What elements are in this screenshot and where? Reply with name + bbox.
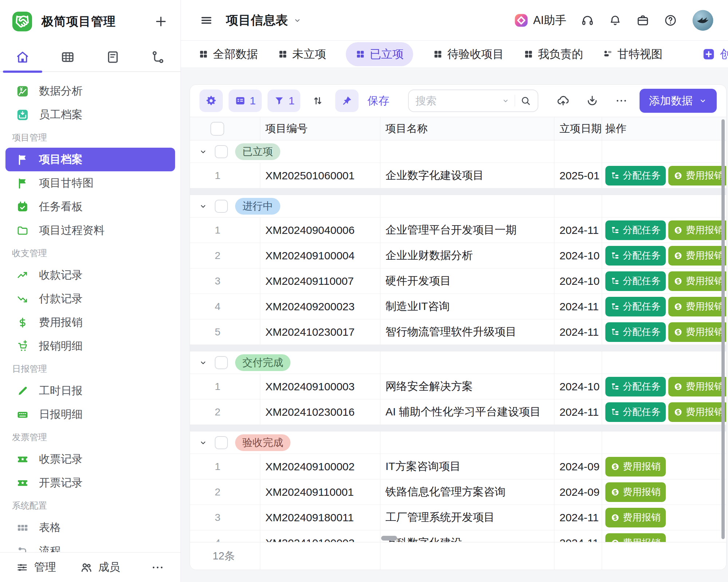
table-row[interactable]: 2XM202410230016AI 辅助个性化学习平台建设项目2024-11分配… bbox=[190, 399, 726, 425]
sidebar-item-task-board[interactable]: 任务看板 bbox=[5, 195, 175, 219]
sidebar-tab-home[interactable] bbox=[0, 43, 45, 71]
group-collapse-icon[interactable] bbox=[199, 202, 207, 211]
upload-cloud-icon[interactable] bbox=[557, 94, 570, 107]
assign-button[interactable]: 分配任务 bbox=[605, 322, 666, 342]
view-tab-create-view[interactable]: 创建视图 bbox=[702, 47, 728, 62]
members-button[interactable]: 成员 bbox=[80, 560, 120, 575]
ticket-star-icon bbox=[16, 453, 29, 466]
group-collapse-icon[interactable] bbox=[199, 358, 207, 367]
sort-button[interactable] bbox=[306, 89, 329, 112]
view-tab-gantt-view[interactable]: 甘特视图 bbox=[603, 47, 662, 62]
expense-button[interactable]: 费用报销 bbox=[668, 271, 726, 291]
sidebar-item-tables[interactable]: 表格 bbox=[5, 516, 175, 539]
manage-button[interactable]: 管理 bbox=[16, 560, 56, 575]
download-icon[interactable] bbox=[586, 94, 599, 107]
table-row[interactable]: 2XM202409100004企业业财数据分析2024-10分配任务费用报销 bbox=[190, 243, 726, 268]
expense-button[interactable]: 费用报销 bbox=[668, 246, 726, 266]
group-collapse-icon[interactable] bbox=[199, 438, 207, 447]
table-row[interactable]: 2XM202409110001铁路信息化管理方案咨询2024-09费用报销 bbox=[190, 479, 726, 505]
support-headset-icon[interactable] bbox=[581, 14, 594, 27]
assign-button[interactable]: 分配任务 bbox=[605, 220, 666, 240]
select-all-checkbox[interactable] bbox=[210, 122, 224, 136]
group-checkbox[interactable] bbox=[215, 145, 228, 158]
add-data-button[interactable]: 添加数据 bbox=[640, 89, 717, 113]
expense-button[interactable]: 费用报销 bbox=[605, 457, 666, 477]
sidebar-item-payment-records[interactable]: 付款记录 bbox=[5, 287, 175, 311]
view-tab-not-initiated[interactable]: 未立项 bbox=[278, 47, 326, 62]
help-icon[interactable] bbox=[664, 14, 677, 27]
group-collapse-icon[interactable] bbox=[199, 147, 207, 156]
pin-button[interactable] bbox=[335, 89, 359, 112]
sidebar-item-employee-files[interactable]: 员工档案 bbox=[5, 103, 175, 127]
table-row[interactable]: 1XM202501060001企业数字化建设项目2025-01分配任务费用报销 bbox=[190, 163, 726, 188]
table-row[interactable]: 3XM202409180011工厂管理系统开发项目2024-11费用报销 bbox=[190, 505, 726, 530]
search-box[interactable] bbox=[408, 89, 538, 112]
sidebar-item-workflow[interactable]: 流程 bbox=[5, 539, 175, 552]
add-app-button[interactable] bbox=[154, 14, 168, 29]
sidebar-item-receipt-records[interactable]: 收款记录 bbox=[5, 263, 175, 287]
search-chevron-down-icon[interactable] bbox=[502, 97, 510, 105]
sidebar-more-button[interactable] bbox=[151, 561, 165, 574]
expense-button[interactable]: 费用报销 bbox=[605, 482, 666, 502]
assign-button[interactable]: 分配任务 bbox=[605, 402, 666, 422]
table-row[interactable]: 4XM202409200023制造业IT咨询2024-11分配任务费用报销 bbox=[190, 294, 726, 319]
sidebar-item-project-gantt[interactable]: 项目甘特图 bbox=[5, 171, 175, 195]
search-input[interactable] bbox=[415, 95, 496, 107]
table-row[interactable]: 5XM202410230017智行物流管理软件升级项目2024-11分配任务费用… bbox=[190, 319, 726, 345]
assign-button[interactable]: 分配任务 bbox=[605, 297, 666, 316]
expense-button[interactable]: 费用报销 bbox=[668, 297, 726, 316]
table-row[interactable]: 1XM202409100002IT方案咨询项目2024-09费用报销 bbox=[190, 454, 726, 479]
sidebar-item-project-archive[interactable]: 项目档案 bbox=[5, 148, 175, 171]
settings-button[interactable] bbox=[199, 89, 223, 112]
field-config-button[interactable]: 1 bbox=[229, 89, 262, 112]
horizontal-scrollbar[interactable] bbox=[381, 536, 397, 541]
group-checkbox[interactable] bbox=[215, 200, 228, 213]
expense-button[interactable]: 费用报销 bbox=[668, 377, 726, 396]
list-tree-icon bbox=[610, 226, 620, 235]
view-tab-pending-acceptance[interactable]: 待验收项目 bbox=[433, 47, 504, 62]
ai-assistant-button[interactable]: AI助手 bbox=[514, 13, 566, 28]
expense-button[interactable]: 费用报销 bbox=[668, 322, 726, 342]
sidebar-item-invoice-received[interactable]: 收票记录 bbox=[5, 447, 175, 471]
assign-button[interactable]: 分配任务 bbox=[605, 246, 666, 266]
group-checkbox[interactable] bbox=[215, 436, 228, 449]
page-title[interactable]: 项目信息表 bbox=[226, 12, 302, 29]
view-tab-my-projects[interactable]: 我负责的 bbox=[523, 47, 583, 62]
expense-button[interactable]: 费用报销 bbox=[668, 220, 726, 240]
save-button[interactable]: 保存 bbox=[367, 93, 389, 108]
workspace-briefcase-icon[interactable] bbox=[636, 14, 649, 27]
table-row[interactable]: 1XM202409040006企业管理平台开发项目一期2024-11分配任务费用… bbox=[190, 218, 726, 243]
table-row[interactable]: 4XM202410100003万科数字化建设2024-11费用报销 bbox=[190, 530, 726, 542]
toolbar-more-icon[interactable] bbox=[615, 94, 628, 107]
notifications-bell-icon[interactable] bbox=[609, 14, 622, 27]
sidebar-item-work-hour-report[interactable]: 工时日报 bbox=[5, 379, 175, 403]
sidebar-item-data-analysis[interactable]: 数据分析 bbox=[5, 79, 175, 103]
expense-button[interactable]: 费用报销 bbox=[668, 402, 726, 422]
sidebar-item-expense-claims[interactable]: 费用报销 bbox=[5, 311, 175, 334]
filter-button[interactable]: 1 bbox=[268, 89, 301, 112]
expense-button[interactable]: 费用报销 bbox=[605, 508, 666, 527]
expense-button[interactable]: 费用报销 bbox=[605, 533, 666, 542]
coin-dollar-icon bbox=[610, 487, 620, 497]
view-tab-label: 已立项 bbox=[370, 47, 404, 62]
sidebar-item-invoice-issued[interactable]: 开票记录 bbox=[5, 471, 175, 495]
vertical-scrollbar[interactable] bbox=[721, 119, 725, 539]
sidebar-item-report-details[interactable]: 日报明细 bbox=[5, 403, 175, 426]
expense-button[interactable]: 费用报销 bbox=[668, 166, 726, 186]
assign-button[interactable]: 分配任务 bbox=[605, 271, 666, 291]
sidebar-item-project-process-docs[interactable]: 项目过程资料 bbox=[5, 219, 175, 242]
sidebar-tab-tables[interactable] bbox=[45, 43, 90, 71]
sidebar-tab-docs[interactable] bbox=[90, 43, 135, 71]
assign-button[interactable]: 分配任务 bbox=[605, 166, 666, 186]
avatar[interactable] bbox=[692, 9, 714, 32]
assign-button[interactable]: 分配任务 bbox=[605, 377, 666, 396]
search-icon[interactable] bbox=[520, 95, 531, 106]
view-tab-all-data[interactable]: 全部数据 bbox=[198, 47, 258, 62]
sidebar-item-claim-details[interactable]: 报销明细 bbox=[5, 334, 175, 358]
sidebar-tab-workflow[interactable] bbox=[135, 43, 181, 71]
group-checkbox[interactable] bbox=[215, 356, 228, 369]
hamburger-menu-icon[interactable] bbox=[200, 14, 213, 27]
table-row[interactable]: 3XM202409110007硬件开发项目2024-10分配任务费用报销 bbox=[190, 268, 726, 294]
view-tab-initiated[interactable]: 已立项 bbox=[346, 42, 413, 66]
table-row[interactable]: 1XM202409100003网络安全解决方案2024-10分配任务费用报销 bbox=[190, 374, 726, 399]
